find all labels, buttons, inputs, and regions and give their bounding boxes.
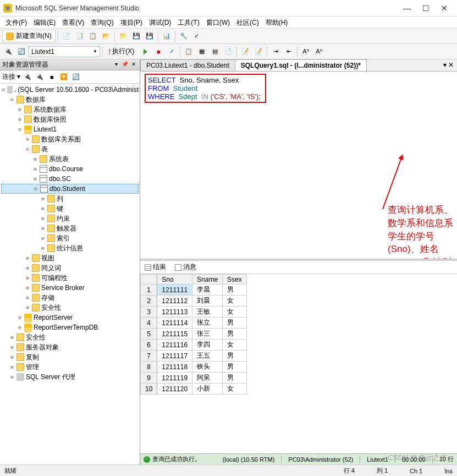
menu-file[interactable]: 文件(F) [2, 17, 30, 28]
tree-table-student[interactable]: dbo.Student [49, 185, 85, 193]
stop-icon[interactable]: ■ [47, 72, 57, 82]
menu-project[interactable]: 项目(P) [117, 17, 146, 28]
toolbar-icon[interactable]: 📄 [60, 30, 73, 42]
disconnect-icon[interactable]: 🔌 [35, 72, 45, 82]
tab-query-editor[interactable]: SQLQuery1.sql - (l...dministrator (52))* [235, 59, 367, 71]
menu-tools[interactable]: 工具(T) [174, 17, 202, 28]
tree-views[interactable]: 视图 [41, 254, 54, 263]
tree-sb[interactable]: Service Broker [41, 284, 85, 292]
tree-keys[interactable]: 键 [57, 204, 63, 214]
dropdown-icon[interactable]: ▾ [112, 61, 120, 69]
table-row[interactable]: 81211118铁头男 [141, 362, 247, 373]
comment-icon[interactable]: 📝 [239, 46, 251, 58]
connect-icon[interactable]: 🔌 [2, 46, 14, 58]
table-row[interactable]: 61211116李四女 [141, 340, 247, 351]
activity-icon[interactable]: 📊 [161, 30, 173, 42]
tree-stats[interactable]: 统计信息 [57, 244, 83, 253]
pin-icon[interactable]: 📌 [121, 61, 129, 69]
tree-indexes[interactable]: 索引 [57, 234, 70, 243]
outdent-icon[interactable]: ⇤ [283, 46, 295, 58]
watermark: CSDN @命运之光 [388, 453, 446, 463]
toolbar-icon[interactable]: 📋 [87, 30, 99, 42]
new-query-button[interactable]: 新建查询(N) [2, 30, 56, 42]
change-conn-icon[interactable]: 🔄 [15, 46, 27, 58]
tree-agent[interactable]: SQL Server 代理 [26, 373, 75, 382]
menu-window[interactable]: 窗口(W) [203, 17, 233, 28]
stop-icon[interactable]: ■ [152, 46, 164, 58]
table-row[interactable]: 21211112刘晨女 [141, 296, 247, 307]
results-file-icon[interactable]: 📄 [222, 46, 234, 58]
menu-edit[interactable]: 编辑(E) [30, 17, 59, 28]
results-text-icon[interactable]: ▤ [209, 46, 221, 58]
save-icon[interactable]: 💾 [130, 30, 142, 42]
grid-icon [145, 264, 151, 271]
tab-table-designer[interactable]: PC03.Liutext1 - dbo.Student [140, 59, 235, 71]
table-row[interactable]: 51211115张三男 [141, 329, 247, 340]
tree-databases[interactable]: 数据库 [26, 95, 46, 105]
tree-tables[interactable]: 表 [41, 145, 48, 154]
tree-storage[interactable]: 存储 [41, 293, 54, 303]
menu-query[interactable]: 查询(Q) [87, 17, 117, 28]
toolbar-icon[interactable]: 📋 [183, 46, 195, 58]
parse-icon[interactable]: ✓ [166, 46, 178, 58]
object-tree[interactable]: ⊟. (SQL Server 10.50.1600 - PC03\Adminis… [0, 84, 140, 464]
debug-icon[interactable] [139, 46, 151, 58]
tree-systables[interactable]: 系统表 [49, 155, 69, 164]
tree-serverobj[interactable]: 服务器对象 [26, 343, 59, 352]
toolbar-icon[interactable]: 🔧 [178, 30, 190, 42]
tab-dropdown-icon[interactable]: ▾ ✕ [440, 59, 457, 71]
table-row[interactable]: 11211111李晨男 [141, 284, 247, 296]
menu-community[interactable]: 社区(C) [233, 17, 262, 28]
uncomment-icon[interactable]: 📝 [252, 46, 265, 58]
toolbar-icon[interactable]: 📂 [100, 30, 112, 42]
tree-userdb[interactable]: Liutext1 [34, 125, 57, 133]
refresh-icon[interactable]: 🔄 [71, 72, 81, 82]
results-grid-icon[interactable]: ▦ [196, 46, 208, 58]
tree-rs[interactable]: ReportServer [34, 314, 73, 321]
table-row[interactable]: 91211119阿呆男 [141, 373, 247, 384]
connect-label[interactable]: 连接 ▾ [2, 72, 20, 81]
tree-server[interactable]: . (SQL Server 10.50.1600 - PC03\Administ [14, 86, 139, 94]
tree-synonyms[interactable]: 同义词 [41, 264, 61, 273]
toolbar-icon[interactable]: Aᵇ [300, 46, 312, 58]
database-selector[interactable]: Liutext1 ▼ [29, 46, 100, 57]
table-row[interactable]: 71211117王五男 [141, 351, 247, 362]
table-row[interactable]: 101211120小新女 [141, 384, 247, 395]
connect-icon[interactable]: 🔌 [23, 72, 32, 82]
tree-manage[interactable]: 管理 [26, 363, 39, 372]
tree-security[interactable]: 安全性 [41, 303, 61, 313]
tree-constraints[interactable]: 约束 [57, 214, 70, 223]
tree-dbdiag[interactable]: 数据库关系图 [41, 135, 81, 144]
sql-editor[interactable]: SELECT Sno, Sname, Ssex FROM Student WHE… [140, 72, 457, 259]
maximize-button[interactable]: ☐ [416, 2, 435, 15]
tree-cols[interactable]: 列 [57, 194, 63, 204]
messages-tab[interactable]: 消息 [173, 261, 199, 273]
save-all-icon[interactable]: 💾 [144, 30, 156, 42]
tree-topsec[interactable]: 安全性 [26, 333, 46, 342]
tree-rstmp[interactable]: ReportServerTempDB [34, 324, 98, 331]
results-grid[interactable]: SnoSnameSsex 11211111李晨男21211112刘晨女31211… [140, 274, 457, 453]
table-row[interactable]: 31211113王敏女 [141, 307, 247, 318]
menu-view[interactable]: 查看(V) [59, 17, 87, 28]
open-icon[interactable]: 📁 [117, 30, 129, 42]
toolbar-icon[interactable]: ✓ [191, 30, 203, 42]
execute-button[interactable]: ! 执行(X) [105, 45, 138, 58]
table-row[interactable]: 41211114张立男 [141, 318, 247, 329]
minimize-button[interactable]: — [398, 2, 416, 15]
toolbar-icon[interactable]: 📑 [74, 30, 86, 42]
filter-icon[interactable]: 🔽 [59, 72, 69, 82]
tree-dbsnap[interactable]: 数据库快照 [34, 115, 67, 124]
close-pane-icon[interactable]: ✕ [130, 61, 137, 69]
menu-help[interactable]: 帮助(H) [262, 17, 291, 28]
menu-debug[interactable]: 调试(D) [146, 17, 175, 28]
indent-icon[interactable]: ⇥ [269, 46, 282, 58]
tree-table-sc[interactable]: dbo.SC [49, 175, 71, 183]
results-tab[interactable]: 结果 [142, 261, 168, 273]
tree-repl[interactable]: 复制 [26, 353, 39, 362]
tree-prog[interactable]: 可编程性 [41, 273, 68, 283]
tree-table-course[interactable]: dbo.Course [49, 165, 83, 173]
toolbar-icon[interactable]: Aᵇ [313, 46, 325, 58]
tree-sysdb[interactable]: 系统数据库 [34, 105, 67, 114]
close-button[interactable]: ✕ [435, 2, 454, 15]
tree-triggers[interactable]: 触发器 [57, 224, 76, 233]
